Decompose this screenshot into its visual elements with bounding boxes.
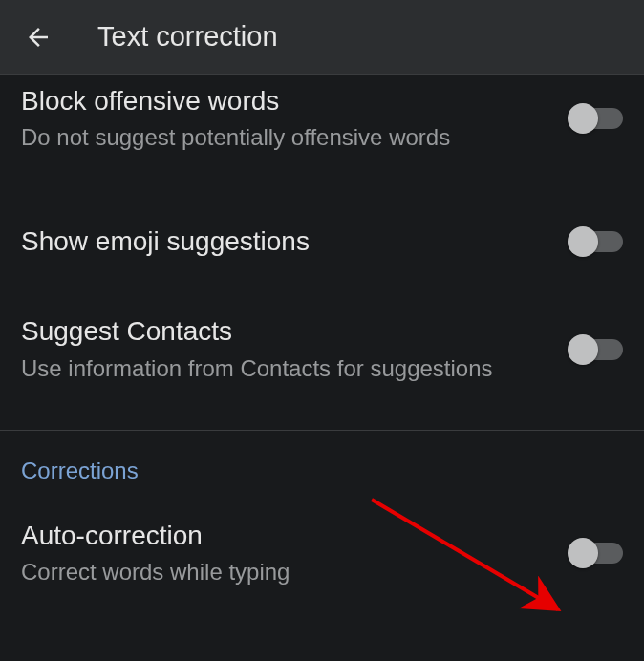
setting-desc: Use information from Contacts for sugges… <box>21 353 552 384</box>
settings-list: Block offensive words Do not suggest pot… <box>0 75 644 606</box>
setting-auto-correction[interactable]: Auto-correction Correct words while typi… <box>0 501 644 606</box>
toggle-knob <box>568 226 598 257</box>
toggle-block-offensive[interactable] <box>571 108 623 129</box>
setting-desc: Correct words while typing <box>21 557 552 587</box>
setting-suggest-contacts[interactable]: Suggest Contacts Use information from Co… <box>0 297 644 401</box>
arrow-back-icon <box>24 23 53 52</box>
setting-emoji-suggestions[interactable]: Show emoji suggestions <box>0 207 644 276</box>
setting-title: Suggest Contacts <box>21 314 552 349</box>
app-header: Text correction <box>0 0 644 75</box>
setting-text: Suggest Contacts Use information from Co… <box>21 314 571 384</box>
toggle-auto-correction[interactable] <box>571 543 623 564</box>
setting-text: Show emoji suggestions <box>21 224 571 259</box>
setting-title: Auto-correction <box>21 519 552 553</box>
setting-block-offensive[interactable]: Block offensive words Do not suggest pot… <box>0 75 644 171</box>
toggle-emoji-suggestions[interactable] <box>571 231 623 252</box>
setting-title: Show emoji suggestions <box>21 224 552 259</box>
setting-desc: Do not suggest potentially offensive wor… <box>21 122 552 153</box>
toggle-knob <box>568 334 598 365</box>
toggle-knob <box>568 103 598 134</box>
back-button[interactable] <box>19 18 57 56</box>
setting-text: Block offensive words Do not suggest pot… <box>21 84 571 154</box>
page-title: Text correction <box>97 21 278 53</box>
setting-text: Auto-correction Correct words while typi… <box>21 519 571 588</box>
toggle-suggest-contacts[interactable] <box>571 339 623 360</box>
toggle-knob <box>568 538 598 568</box>
setting-title: Block offensive words <box>21 84 552 118</box>
section-header-corrections: Corrections <box>0 431 644 492</box>
